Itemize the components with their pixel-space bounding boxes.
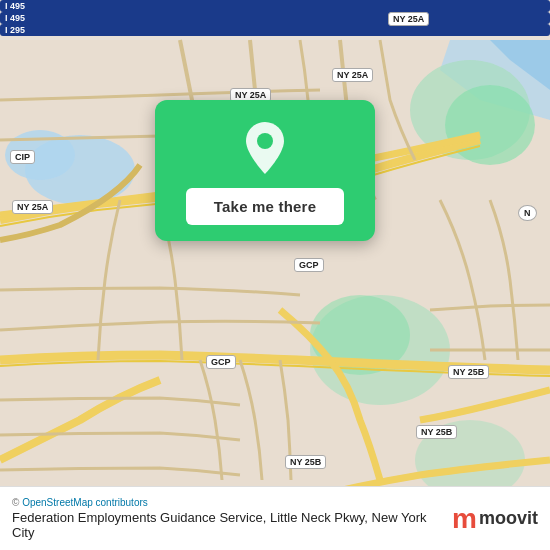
map-container: NY 25A NY 25A NY 25A NY 25A CIP I 495 I … bbox=[0, 0, 550, 550]
road-badge-ny25a-1: NY 25A bbox=[388, 12, 429, 26]
navigation-card: Take me there bbox=[155, 100, 375, 241]
map-attribution: © OpenStreetMap contributors bbox=[12, 497, 442, 508]
copyright-symbol: © bbox=[12, 497, 19, 508]
svg-point-9 bbox=[257, 133, 273, 149]
road-badge-cip: CIP bbox=[10, 150, 35, 164]
road-badge-ny25b-3: NY 25B bbox=[285, 455, 326, 469]
road-badge-ny25a-4: NY 25A bbox=[12, 200, 53, 214]
road-badge-ny25b-1: NY 25B bbox=[448, 365, 489, 379]
map-background bbox=[0, 0, 550, 550]
road-badge-n: N bbox=[518, 205, 537, 221]
take-me-there-button[interactable]: Take me there bbox=[186, 188, 344, 225]
location-title: Federation Employments Guidance Service,… bbox=[12, 510, 442, 540]
road-badge-gcp-1: GCP bbox=[294, 258, 324, 272]
bottom-info-bar: © OpenStreetMap contributors Federation … bbox=[0, 486, 550, 550]
location-info: © OpenStreetMap contributors Federation … bbox=[12, 497, 442, 540]
moovit-text: moovit bbox=[479, 508, 538, 529]
road-badge-gcp-2: GCP bbox=[206, 355, 236, 369]
location-pin-icon bbox=[241, 120, 289, 176]
openstreetmap-link[interactable]: OpenStreetMap contributors bbox=[22, 497, 148, 508]
moovit-m-letter: m bbox=[452, 505, 477, 533]
road-badge-ny25b-2: NY 25B bbox=[416, 425, 457, 439]
moovit-logo: m moovit bbox=[452, 505, 538, 533]
svg-point-4 bbox=[445, 85, 535, 165]
road-badge-ny25a-2: NY 25A bbox=[332, 68, 373, 82]
